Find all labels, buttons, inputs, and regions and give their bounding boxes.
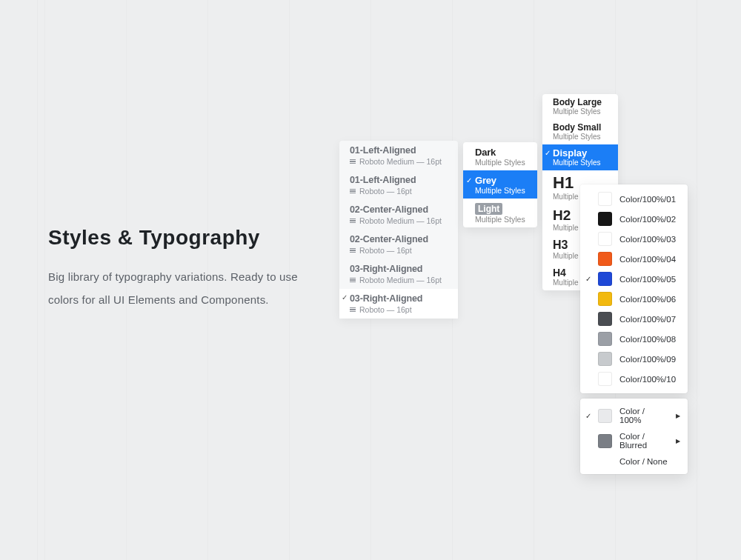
shade-name: Grey (475, 175, 531, 186)
shade-sub: Multiple Styles (475, 186, 531, 195)
color-item[interactable]: Color/100%/06 (580, 289, 688, 309)
color-group-label: Color / 100% (619, 407, 668, 424)
color-label: Color/100%/05 (619, 275, 676, 284)
text-style-detail: Roboto — 16pt (350, 305, 451, 314)
text-styles-panel: 01-Left-AlignedRoboto Medium — 16pt01-Le… (339, 141, 458, 319)
type-scale-sub: Multiple Styles (553, 133, 611, 141)
text-style-item[interactable]: 02-Center-AlignedRoboto Medium — 16pt (339, 200, 458, 230)
text-style-name: 01-Left-Aligned (350, 175, 451, 185)
hero-block: Styles & Typography Big library of typog… (48, 226, 322, 312)
type-scale-name: Body Large (553, 97, 611, 107)
text-style-name: 03-Right-Aligned (350, 293, 451, 304)
color-swatch (598, 352, 612, 366)
color-swatch (598, 272, 612, 286)
page-title: Styles & Typography (48, 226, 322, 250)
paragraph-icon (350, 219, 356, 224)
text-style-item[interactable]: 01-Left-AlignedRoboto — 16pt (339, 170, 458, 200)
color-label: Color/100%/03 (619, 235, 676, 244)
color-label: Color/100%/04 (619, 255, 676, 264)
text-style-name: 03-Right-Aligned (350, 264, 451, 274)
color-swatch (598, 332, 612, 346)
color-group-item[interactable]: Color / Blurred▶ (580, 428, 688, 453)
check-icon: ✓ (545, 149, 551, 157)
color-swatch (598, 212, 612, 226)
color-label: Color/100%/08 (619, 335, 676, 344)
text-style-detail: Roboto — 16pt (350, 187, 451, 196)
color-label: Color/100%/10 (619, 375, 676, 384)
type-scale-name: Body Small (553, 122, 611, 133)
color-item[interactable]: Color/100%/10 (580, 369, 688, 389)
chevron-right-icon: ▶ (676, 438, 680, 444)
color-item[interactable]: Color/100%/09 (580, 349, 688, 369)
shade-item[interactable]: ✓GreyMultiple Styles (463, 170, 537, 199)
color-swatch (598, 372, 612, 386)
color-swatch (598, 232, 612, 246)
shade-sub: Multiple Styles (475, 158, 531, 167)
color-group-panel: ✓Color / 100%▶Color / Blurred▶Color / No… (580, 399, 688, 474)
color-swatch (598, 192, 612, 206)
chevron-right-icon: ▶ (676, 413, 680, 419)
check-icon: ✓ (585, 275, 591, 283)
shade-name: Light (475, 203, 502, 215)
shade-name: Dark (475, 147, 531, 158)
paragraph-icon (350, 278, 356, 283)
color-group-label: Color / Blurred (619, 432, 668, 450)
color-label: Color/100%/01 (619, 195, 676, 204)
paragraph-icon (350, 248, 356, 253)
check-icon: ✓ (585, 412, 591, 420)
color-swatch (598, 434, 612, 448)
color-group-label: Color / None (619, 457, 680, 466)
text-style-name: 02-Center-Aligned (350, 234, 451, 244)
text-style-name: 02-Center-Aligned (350, 204, 451, 215)
type-scale-sub: Multiple Styles (553, 159, 611, 167)
paragraph-icon (350, 307, 356, 313)
color-item[interactable]: Color/100%/07 (580, 309, 688, 329)
color-item[interactable]: Color/100%/04 (580, 249, 688, 269)
type-scale-item[interactable]: Body SmallMultiple Styles (542, 119, 618, 144)
color-swatch-panel: Color/100%/01Color/100%/02Color/100%/03C… (580, 184, 688, 393)
color-label: Color/100%/09 (619, 355, 676, 364)
type-scale-item[interactable]: ✓DisplayMultiple Styles (542, 144, 618, 170)
text-style-item[interactable]: ✓03-Right-AlignedRoboto — 16pt (339, 289, 458, 319)
color-label: Color/100%/06 (619, 295, 676, 304)
paragraph-icon (350, 159, 356, 164)
color-item[interactable]: Color/100%/03 (580, 229, 688, 249)
color-item[interactable]: Color/100%/08 (580, 329, 688, 349)
text-style-item[interactable]: 02-Center-AlignedRoboto — 16pt (339, 230, 458, 259)
paragraph-icon (350, 189, 356, 194)
text-style-detail: Roboto Medium — 16pt (350, 276, 451, 284)
page-description: Big library of typography variations. Re… (48, 266, 322, 312)
text-style-item[interactable]: 01-Left-AlignedRoboto Medium — 16pt (339, 141, 458, 170)
shade-item[interactable]: DarkMultiple Styles (463, 142, 537, 170)
text-style-detail: Roboto Medium — 16pt (350, 216, 451, 225)
type-scale-name: Display (553, 147, 611, 159)
text-style-detail: Roboto — 16pt (350, 246, 451, 255)
type-scale-sub: Multiple Styles (553, 107, 611, 116)
shade-sub: Multiple Styles (475, 215, 531, 224)
color-swatch (598, 252, 612, 266)
check-icon: ✓ (466, 176, 472, 184)
text-style-detail: Roboto Medium — 16pt (350, 157, 451, 166)
color-label: Color/100%/07 (619, 315, 676, 324)
color-label: Color/100%/02 (619, 215, 676, 224)
color-item[interactable]: Color/100%/01 (580, 189, 688, 209)
color-group-item[interactable]: Color / None (580, 453, 688, 470)
color-swatch (598, 409, 612, 423)
text-style-name: 01-Left-Aligned (350, 145, 451, 156)
color-item[interactable]: ✓Color/100%/05 (580, 269, 688, 289)
color-group-item[interactable]: ✓Color / 100%▶ (580, 403, 688, 428)
color-swatch (598, 312, 612, 326)
text-style-item[interactable]: 03-Right-AlignedRoboto Medium — 16pt (339, 259, 458, 289)
shade-item[interactable]: LightMultiple Styles (463, 199, 537, 227)
check-icon: ✓ (342, 293, 348, 301)
type-scale-item[interactable]: Body LargeMultiple Styles (542, 94, 618, 119)
color-swatch (598, 292, 612, 306)
shade-panel: DarkMultiple Styles✓GreyMultiple StylesL… (463, 142, 537, 227)
color-item[interactable]: Color/100%/02 (580, 209, 688, 229)
